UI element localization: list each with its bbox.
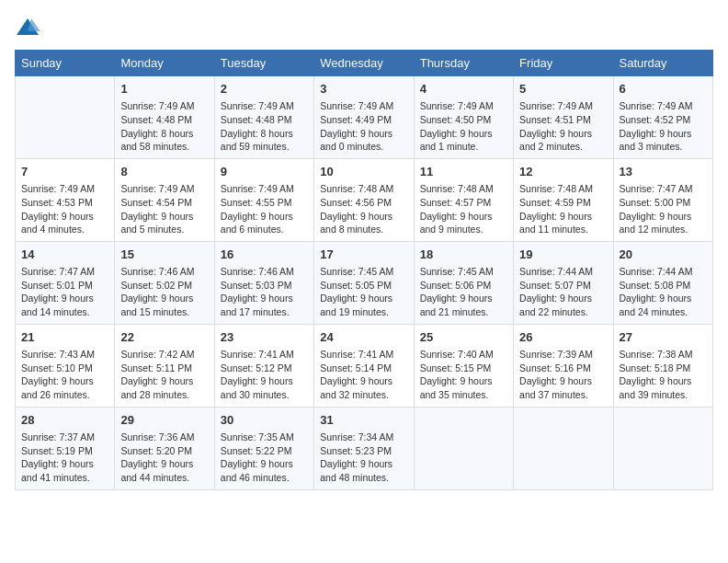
day-info: Sunrise: 7:49 AM Sunset: 4:50 PM Dayligh… (420, 99, 507, 154)
calendar-cell: 12Sunrise: 7:48 AM Sunset: 4:59 PM Dayli… (514, 158, 613, 241)
header (15, 15, 713, 40)
day-number: 6 (620, 81, 707, 98)
day-number: 23 (221, 329, 308, 346)
day-number: 18 (420, 247, 507, 263)
day-number: 29 (120, 412, 208, 429)
column-header-wednesday: Wednesday (314, 51, 414, 76)
column-header-thursday: Thursday (414, 51, 513, 76)
calendar-cell: 17Sunrise: 7:45 AM Sunset: 5:05 PM Dayli… (314, 241, 414, 324)
day-info: Sunrise: 7:38 AM Sunset: 5:18 PM Dayligh… (620, 348, 707, 402)
day-number: 3 (320, 81, 407, 98)
day-number: 2 (221, 81, 308, 98)
calendar-week-row: 21Sunrise: 7:43 AM Sunset: 5:10 PM Dayli… (16, 324, 713, 407)
day-info: Sunrise: 7:49 AM Sunset: 4:51 PM Dayligh… (519, 99, 607, 154)
column-header-sunday: Sunday (16, 51, 115, 76)
calendar-cell (414, 407, 513, 489)
calendar-cell: 11Sunrise: 7:48 AM Sunset: 4:57 PM Dayli… (414, 158, 513, 241)
calendar-cell: 9Sunrise: 7:49 AM Sunset: 4:55 PM Daylig… (214, 158, 313, 241)
svg-marker-1 (28, 18, 40, 31)
day-info: Sunrise: 7:44 AM Sunset: 5:07 PM Dayligh… (519, 265, 607, 319)
day-info: Sunrise: 7:45 AM Sunset: 5:06 PM Dayligh… (420, 265, 507, 319)
calendar-cell: 23Sunrise: 7:41 AM Sunset: 5:12 PM Dayli… (214, 324, 313, 407)
day-number: 19 (519, 247, 607, 263)
column-header-saturday: Saturday (613, 51, 712, 76)
day-info: Sunrise: 7:49 AM Sunset: 4:52 PM Dayligh… (620, 99, 707, 154)
day-info: Sunrise: 7:48 AM Sunset: 4:57 PM Dayligh… (420, 182, 507, 236)
calendar-cell: 24Sunrise: 7:41 AM Sunset: 5:14 PM Dayli… (314, 324, 414, 407)
calendar-cell: 2Sunrise: 7:49 AM Sunset: 4:48 PM Daylig… (214, 76, 313, 159)
calendar-cell: 8Sunrise: 7:49 AM Sunset: 4:54 PM Daylig… (115, 158, 214, 241)
day-number: 28 (21, 412, 108, 429)
day-info: Sunrise: 7:49 AM Sunset: 4:48 PM Dayligh… (221, 99, 308, 154)
calendar-cell: 19Sunrise: 7:44 AM Sunset: 5:07 PM Dayli… (514, 241, 613, 324)
day-info: Sunrise: 7:34 AM Sunset: 5:23 PM Dayligh… (320, 431, 407, 485)
day-info: Sunrise: 7:48 AM Sunset: 4:59 PM Dayligh… (519, 182, 607, 236)
day-number: 27 (620, 329, 707, 346)
calendar-cell: 4Sunrise: 7:49 AM Sunset: 4:50 PM Daylig… (414, 76, 513, 159)
calendar-cell (514, 407, 613, 489)
calendar-cell: 30Sunrise: 7:35 AM Sunset: 5:22 PM Dayli… (214, 407, 313, 489)
calendar-cell: 14Sunrise: 7:47 AM Sunset: 5:01 PM Dayli… (16, 241, 115, 324)
calendar-cell: 22Sunrise: 7:42 AM Sunset: 5:11 PM Dayli… (115, 324, 214, 407)
logo (15, 15, 44, 40)
calendar-header-row: SundayMondayTuesdayWednesdayThursdayFrid… (16, 51, 713, 76)
calendar-cell: 10Sunrise: 7:48 AM Sunset: 4:56 PM Dayli… (314, 158, 414, 241)
calendar-cell (613, 407, 712, 489)
column-header-friday: Friday (514, 51, 613, 76)
day-info: Sunrise: 7:40 AM Sunset: 5:15 PM Dayligh… (420, 348, 507, 402)
calendar-cell: 28Sunrise: 7:37 AM Sunset: 5:19 PM Dayli… (16, 407, 115, 489)
day-number: 4 (420, 81, 507, 98)
day-info: Sunrise: 7:49 AM Sunset: 4:49 PM Dayligh… (320, 99, 407, 154)
calendar-cell: 3Sunrise: 7:49 AM Sunset: 4:49 PM Daylig… (314, 76, 414, 159)
calendar-cell: 20Sunrise: 7:44 AM Sunset: 5:08 PM Dayli… (613, 241, 712, 324)
calendar-cell: 31Sunrise: 7:34 AM Sunset: 5:23 PM Dayli… (314, 407, 414, 489)
day-info: Sunrise: 7:49 AM Sunset: 4:53 PM Dayligh… (21, 182, 108, 236)
calendar-week-row: 14Sunrise: 7:47 AM Sunset: 5:01 PM Dayli… (16, 241, 713, 324)
day-info: Sunrise: 7:46 AM Sunset: 5:02 PM Dayligh… (120, 265, 208, 319)
day-number: 31 (320, 412, 407, 429)
day-number: 1 (120, 81, 208, 98)
day-info: Sunrise: 7:45 AM Sunset: 5:05 PM Dayligh… (320, 265, 407, 319)
calendar-cell: 18Sunrise: 7:45 AM Sunset: 5:06 PM Dayli… (414, 241, 513, 324)
day-number: 20 (620, 247, 707, 263)
calendar-table: SundayMondayTuesdayWednesdayThursdayFrid… (15, 50, 713, 490)
day-number: 14 (21, 247, 108, 263)
calendar-cell: 16Sunrise: 7:46 AM Sunset: 5:03 PM Dayli… (214, 241, 313, 324)
day-info: Sunrise: 7:37 AM Sunset: 5:19 PM Dayligh… (21, 431, 108, 485)
day-info: Sunrise: 7:44 AM Sunset: 5:08 PM Dayligh… (620, 265, 707, 319)
day-number: 12 (519, 164, 607, 180)
calendar-week-row: 1Sunrise: 7:49 AM Sunset: 4:48 PM Daylig… (16, 76, 713, 159)
day-number: 13 (620, 164, 707, 180)
day-number: 21 (21, 329, 108, 346)
calendar-cell: 6Sunrise: 7:49 AM Sunset: 4:52 PM Daylig… (613, 76, 712, 159)
day-number: 8 (120, 164, 208, 180)
day-number: 22 (120, 329, 208, 346)
day-number: 7 (21, 164, 108, 180)
day-info: Sunrise: 7:47 AM Sunset: 5:01 PM Dayligh… (21, 265, 108, 319)
calendar-cell: 26Sunrise: 7:39 AM Sunset: 5:16 PM Dayli… (514, 324, 613, 407)
day-info: Sunrise: 7:49 AM Sunset: 4:54 PM Dayligh… (120, 182, 208, 236)
day-number: 10 (320, 164, 407, 180)
day-number: 15 (120, 247, 208, 263)
day-info: Sunrise: 7:49 AM Sunset: 4:55 PM Dayligh… (221, 182, 308, 236)
calendar-week-row: 7Sunrise: 7:49 AM Sunset: 4:53 PM Daylig… (16, 158, 713, 241)
day-number: 30 (221, 412, 308, 429)
column-header-monday: Monday (115, 51, 214, 76)
calendar-cell: 13Sunrise: 7:47 AM Sunset: 5:00 PM Dayli… (613, 158, 712, 241)
day-info: Sunrise: 7:46 AM Sunset: 5:03 PM Dayligh… (221, 265, 308, 319)
day-info: Sunrise: 7:36 AM Sunset: 5:20 PM Dayligh… (120, 431, 208, 485)
day-number: 5 (519, 81, 607, 98)
calendar-cell: 29Sunrise: 7:36 AM Sunset: 5:20 PM Dayli… (115, 407, 214, 489)
day-info: Sunrise: 7:47 AM Sunset: 5:00 PM Dayligh… (620, 182, 707, 236)
day-number: 24 (320, 329, 407, 346)
calendar-cell: 27Sunrise: 7:38 AM Sunset: 5:18 PM Dayli… (613, 324, 712, 407)
calendar-cell: 7Sunrise: 7:49 AM Sunset: 4:53 PM Daylig… (16, 158, 115, 241)
day-info: Sunrise: 7:49 AM Sunset: 4:48 PM Dayligh… (120, 99, 208, 154)
day-number: 16 (221, 247, 308, 263)
calendar-cell: 1Sunrise: 7:49 AM Sunset: 4:48 PM Daylig… (115, 76, 214, 159)
day-info: Sunrise: 7:48 AM Sunset: 4:56 PM Dayligh… (320, 182, 407, 236)
day-number: 9 (221, 164, 308, 180)
calendar-cell: 25Sunrise: 7:40 AM Sunset: 5:15 PM Dayli… (414, 324, 513, 407)
day-number: 17 (320, 247, 407, 263)
calendar-cell: 21Sunrise: 7:43 AM Sunset: 5:10 PM Dayli… (16, 324, 115, 407)
